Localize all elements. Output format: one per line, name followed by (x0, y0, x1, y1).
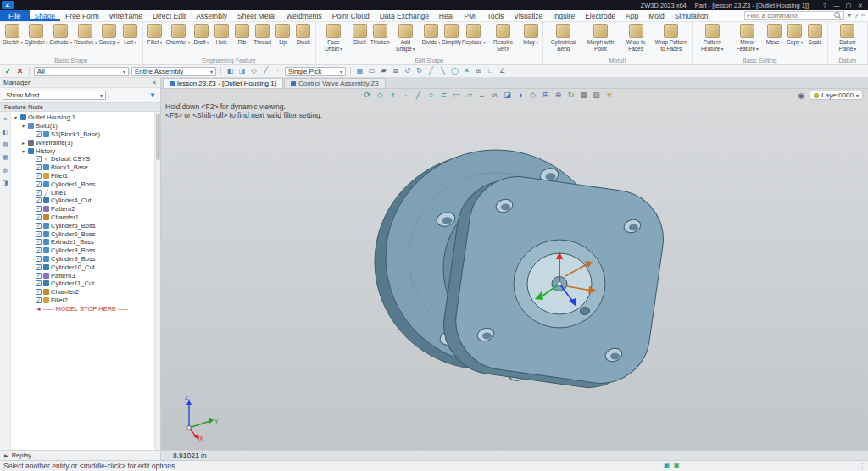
tree-item-chamfer1[interactable]: ✓Chamfer1 (11, 213, 154, 222)
tool-hole[interactable]: Hole (212, 23, 232, 56)
tool-simplify[interactable]: Simplify (442, 23, 462, 56)
document-tab-control-valve-assembly-z3[interactable]: Control Valve Assembly.Z3 (284, 78, 386, 88)
tool-wrap-to-faces[interactable]: Wrap to Faces (620, 23, 653, 56)
tool-lip[interactable]: Lip (273, 23, 293, 56)
command-search-input[interactable] (747, 12, 834, 19)
tool-datum-plane[interactable]: Datum Plane▾ (830, 23, 865, 56)
tree-item-wireframe-1[interactable]: ▸Wireframe(1) (11, 138, 154, 147)
tool-stock[interactable]: Stock (293, 23, 314, 56)
redo-icon[interactable]: ↻ (415, 67, 424, 75)
replay-bar[interactable]: ▶ Replay (0, 450, 160, 460)
snap-line-icon[interactable]: ╱ (426, 67, 436, 75)
menu-item-assembly[interactable]: Assembly (191, 10, 232, 21)
tool-cylindrical-bend[interactable]: Cylindrical Bend (545, 23, 581, 56)
visibility-checkbox[interactable]: ✓ (36, 181, 42, 187)
visibility-checkbox[interactable]: ✓ (36, 206, 42, 212)
menu-item-app[interactable]: App (620, 10, 643, 21)
menu-item-data-exchange[interactable]: Data Exchange (375, 10, 434, 21)
visibility-checkbox[interactable]: ✓ (36, 239, 42, 245)
pick-filter-curve-icon[interactable]: ╱ (261, 67, 270, 75)
tool-mirror-feature[interactable]: Mirror Feature▾ (731, 23, 765, 56)
tree-item-solid-1[interactable]: ▾Solid(1) (11, 122, 154, 130)
menu-item-point-cloud[interactable]: Point Cloud (327, 10, 375, 21)
tool-thread[interactable]: Thread (253, 23, 273, 56)
tree-item-extrude1-boss[interactable]: ✓Extrude1_Boss (11, 238, 154, 247)
tool-morph-with-point[interactable]: Morph with Point (582, 23, 620, 56)
tool-fillet[interactable]: Fillet▾ (145, 23, 165, 56)
tree-item-fillet2[interactable]: ✓Fillet2 (11, 296, 154, 305)
tree-item-chamfer2[interactable]: ✓Chamfer2 (11, 288, 154, 296)
entity-filter-combo[interactable]: All ▾ (34, 67, 129, 76)
pick-filter-shape-icon[interactable]: ◧ (225, 67, 235, 75)
visibility-checkbox[interactable]: ✓ (36, 297, 42, 303)
tree-item-history[interactable]: ▾History (11, 147, 154, 155)
pick-filter-point-icon[interactable]: ∙ (273, 67, 282, 75)
tree-item-s1-block1-base[interactable]: ✓S1(Block1_Base) (11, 130, 154, 139)
tool-replace[interactable]: Replace▾ (462, 23, 487, 56)
menu-item-sheet-metal[interactable]: Sheet Metal (232, 10, 281, 21)
pick-filter-edge-icon[interactable]: ◇ (249, 67, 259, 75)
tool-revolve[interactable]: Revolve▾ (73, 23, 98, 56)
tool-pattern-feature[interactable]: Pattern Feature▾ (694, 23, 731, 56)
output-panel-icon[interactable]: ▣ (673, 462, 680, 470)
menu-item-visualize[interactable]: Visualize (509, 10, 548, 21)
file-menu-button[interactable]: File (0, 10, 30, 21)
tree-item-cylinder11-cut[interactable]: ✓Cylinder11_Cut (11, 280, 154, 288)
pick-mode-combo[interactable]: Single Pick ▾ (285, 67, 346, 76)
tree-item-model-stop-here[interactable]: ◄----- MODEL STOP HERE ----- (11, 304, 154, 313)
manager-scrollbar[interactable] (154, 112, 160, 450)
visibility-checkbox[interactable]: ✓ (36, 231, 42, 237)
visibility-checkbox[interactable]: ✓ (36, 264, 42, 270)
menu-item-mold[interactable]: Mold (643, 10, 669, 21)
display-filter-combo[interactable]: Show Most ▾ (3, 91, 106, 100)
viewport-3d[interactable]: ⟳◇+∙╱○⊂▭▱↔⌀◪◑◇⊞⊕↻▦▨☀ ◉ Layer0000 ▾ Hold … (161, 89, 868, 460)
menu-item-inquire[interactable]: Inquire (548, 10, 580, 21)
quick-help-icon[interactable]: ? (854, 12, 858, 20)
menu-item-wireframe[interactable]: Wireframe (104, 10, 147, 21)
manager-visual-tab-icon[interactable]: ◍ (3, 166, 8, 175)
tool-face-offset[interactable]: Face Offset▾ (318, 23, 350, 56)
tool-wrap-pattern-to-faces[interactable]: Wrap Pattern to Faces (653, 23, 690, 56)
undo-icon[interactable]: ↺ (403, 67, 412, 75)
polygon-select-icon[interactable]: ▰ (379, 67, 388, 75)
tool-shell[interactable]: Shell (349, 23, 370, 56)
visibility-checkbox[interactable]: ✓ (36, 190, 42, 196)
visibility-checkbox[interactable]: ✓ (36, 131, 42, 137)
manager-role-tab-icon[interactable]: ◨ (3, 179, 8, 187)
tool-draft[interactable]: Draft▾ (192, 23, 212, 56)
filter-funnel-icon[interactable]: ▼ (149, 91, 158, 99)
visibility-checkbox[interactable]: ✓ (36, 173, 42, 179)
manager-history-tab-icon[interactable]: ≡ (3, 115, 7, 124)
minimize-icon[interactable]: — (831, 1, 843, 10)
tool-cylinder[interactable]: Cylinder▾ (24, 23, 49, 56)
tree-item-pattern3[interactable]: ✓Pattern3 (11, 271, 154, 280)
visibility-checkbox[interactable]: ✓ (36, 247, 42, 253)
close-icon[interactable]: ✕ (854, 1, 866, 10)
tree-item-block1-base[interactable]: ✓Block1_Base (11, 163, 154, 172)
command-search[interactable] (744, 11, 844, 20)
menu-item-weldments[interactable]: Weldments (281, 10, 326, 21)
tool-add-shape[interactable]: Add Shape▾ (390, 23, 420, 56)
menu-item-pmi[interactable]: PMI (459, 10, 481, 21)
menu-item-electrode[interactable]: Electrode (580, 10, 620, 21)
tool-copy[interactable]: Copy▾ (785, 23, 805, 56)
app-logo-icon[interactable]: Z (2, 1, 14, 9)
tool-divide[interactable]: Divide▾ (421, 23, 442, 56)
tree-item-outlet-housing-1[interactable]: ▾Outlet Housing 1 (11, 114, 154, 122)
ortho-icon[interactable]: ∟ (486, 67, 495, 75)
expander-icon[interactable]: ▾ (20, 148, 26, 154)
tree-item-line1[interactable]: ✓╱Line1 (11, 188, 154, 197)
expander-icon[interactable]: ▾ (20, 123, 26, 129)
tool-resolve-selfx[interactable]: Resolve SelfX (486, 23, 520, 56)
chain-select-icon[interactable]: ≣ (391, 67, 400, 75)
manager-layer-tab-icon[interactable]: ▤ (3, 141, 8, 149)
tool-scale[interactable]: Scale (805, 23, 826, 56)
tree-item-cylinder6-boss[interactable]: ✓Cylinder6_Boss (11, 230, 154, 238)
document-tab-lesson-23-z3-outlet-housing-1[interactable]: lesson 23.Z3 - [Outlet Housing 1] (163, 78, 283, 88)
snap-endpoint-icon[interactable]: ╲ (438, 67, 448, 75)
tool-sketch[interactable]: Sketch▾ (2, 23, 24, 56)
menu-item-free-form[interactable]: Free Form (60, 10, 104, 21)
interface-style-icon[interactable]: ▾ (848, 12, 851, 20)
tree-item-cylinder4-cut[interactable]: ✓Cylinder4_Cut (11, 197, 154, 205)
visibility-checkbox[interactable]: ✓ (36, 289, 42, 295)
